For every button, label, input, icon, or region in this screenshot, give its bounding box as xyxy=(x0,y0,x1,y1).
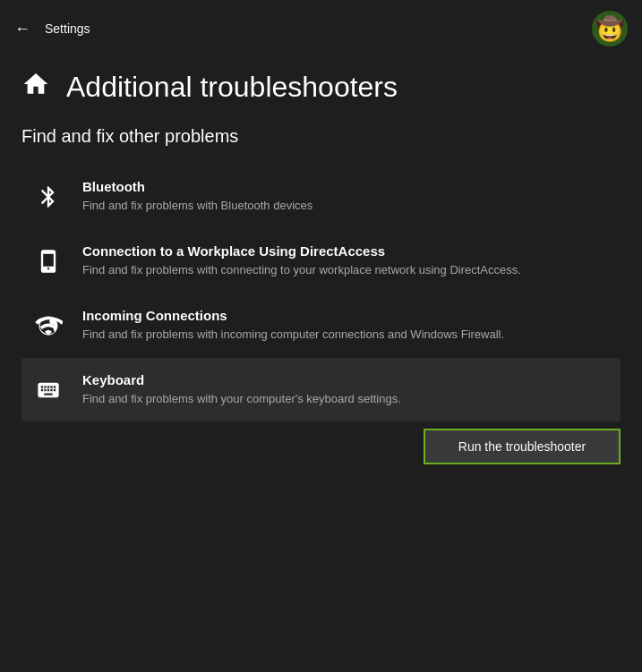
directaccess-icon xyxy=(32,245,64,277)
list-item[interactable]: Keyboard Find and fix problems with your… xyxy=(21,358,621,422)
incoming-connections-description: Find and fix problems with incoming comp… xyxy=(82,327,610,344)
keyboard-icon xyxy=(32,374,64,406)
bluetooth-icon xyxy=(32,181,64,213)
page-title: Additional troubleshooters xyxy=(66,71,398,104)
keyboard-description: Find and fix problems with your computer… xyxy=(82,391,610,408)
directaccess-name: Connection to a Workplace Using DirectAc… xyxy=(82,243,610,259)
page-header: Additional troubleshooters xyxy=(0,54,642,126)
list-item[interactable]: Connection to a Workplace Using DirectAc… xyxy=(21,229,621,293)
keyboard-name: Keyboard xyxy=(82,372,610,387)
bluetooth-description: Find and fix problems with Bluetooth dev… xyxy=(82,198,610,215)
list-item[interactable]: Bluetooth Find and fix problems with Blu… xyxy=(21,165,621,229)
directaccess-content: Connection to a Workplace Using DirectAc… xyxy=(82,243,610,279)
incoming-connections-content: Incoming Connections Find and fix proble… xyxy=(82,308,610,344)
keyboard-content: Keyboard Find and fix problems with your… xyxy=(82,372,610,408)
section-title: Find and fix other problems xyxy=(0,126,642,165)
incoming-connections-name: Incoming Connections xyxy=(82,308,610,323)
avatar-image: 🤠 xyxy=(595,17,624,40)
title-bar-left: ← Settings xyxy=(14,21,90,37)
home-icon xyxy=(21,70,50,105)
run-button-container: Run the troubleshooter xyxy=(0,429,642,464)
bluetooth-content: Bluetooth Find and fix problems with Blu… xyxy=(82,179,610,215)
list-item[interactable]: Incoming Connections Find and fix proble… xyxy=(21,293,621,358)
back-button[interactable]: ← xyxy=(14,21,30,37)
run-troubleshooter-button[interactable]: Run the troubleshooter xyxy=(424,429,621,464)
directaccess-description: Find and fix problems with connecting to… xyxy=(82,262,610,279)
title-bar: ← Settings 🤠 xyxy=(0,0,642,54)
troubleshooter-list: Bluetooth Find and fix problems with Blu… xyxy=(0,165,642,421)
incoming-connections-icon xyxy=(32,310,64,342)
bluetooth-name: Bluetooth xyxy=(82,179,610,194)
settings-title: Settings xyxy=(45,21,90,36)
avatar[interactable]: 🤠 xyxy=(592,11,628,47)
